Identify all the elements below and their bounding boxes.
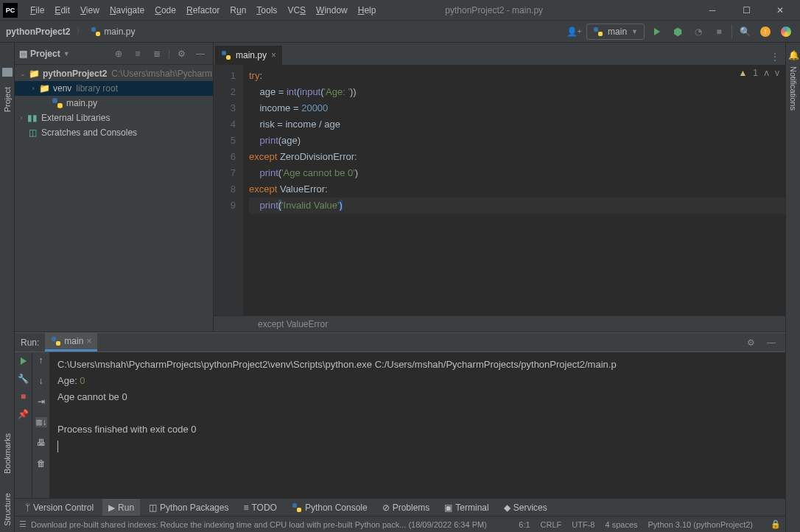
python-interpreter[interactable]: Python 3.10 (pythonProject2) [648, 520, 753, 529]
rerun-icon[interactable] [18, 355, 29, 367]
prev-highlight-icon[interactable]: ʌ [764, 68, 769, 78]
collapse-all-icon[interactable]: ≣ [149, 46, 165, 62]
tree-scratches-name: Scratches and Consoles [41, 127, 137, 138]
tree-ext-libs-name: External Libraries [41, 113, 110, 123]
ide-features-icon[interactable] [778, 24, 794, 40]
run-panel: Run: main × ⚙ — 🔧 ■ 📌 [15, 332, 785, 498]
notifications-label[interactable]: Notifications [789, 60, 798, 116]
output-line: Age cannot be 0 [57, 389, 778, 405]
project-tree[interactable]: ⌄ 📁 pythonProject2 C:\Users\mshah\Pychar… [15, 65, 213, 332]
stop-button[interactable]: ■ [711, 24, 727, 40]
search-button[interactable]: 🔍 [737, 24, 753, 40]
soft-wrap-icon[interactable]: ⇥ [38, 396, 45, 407]
bookmarks-tool-label[interactable]: Bookmarks [3, 427, 12, 480]
menu-run[interactable]: Run [225, 5, 251, 15]
project-panel: ▤ Project ▼ ⊕ ≡ ≣ | ⚙ — ⌄ 📁 pythonProjec… [15, 43, 214, 332]
breadcrumb[interactable]: pythonProject2 〉 main.py [6, 25, 135, 38]
tree-main-py[interactable]: main.py [15, 96, 213, 111]
tree-root[interactable]: ⌄ 📁 pythonProject2 C:\Users\mshah\Pychar… [15, 66, 213, 81]
tree-external-libs[interactable]: › ▮▮ External Libraries [15, 111, 213, 125]
hide-run-panel-icon[interactable]: — [763, 335, 779, 351]
bottom-tool-bar: ᛘVersion Control ▶Run ◫Python Packages ≡… [15, 498, 785, 516]
chevron-right-icon[interactable]: › [28, 85, 38, 92]
menu-tools[interactable]: Tools [251, 5, 282, 15]
chevron-right-icon[interactable]: › [16, 114, 27, 122]
breadcrumb-file[interactable]: main.py [104, 27, 135, 37]
settings-icon[interactable]: ⚙ [173, 46, 189, 62]
notifications-icon[interactable]: 🔔 [788, 50, 799, 60]
updates-icon[interactable]: ↑ [757, 24, 773, 40]
run-settings-icon[interactable]: ⚙ [743, 335, 759, 351]
run-toolbar-left-2: ↑ ↓ ⇥ ≣↓ 🖶 🗑 [32, 352, 50, 498]
menu-code[interactable]: Code [150, 5, 181, 15]
tree-root-name: pythonProject2 [43, 69, 107, 79]
todo-icon: ≡ [243, 503, 248, 513]
code-gutter[interactable]: 123456789 [214, 65, 243, 315]
tool-services[interactable]: ◆Services [498, 499, 553, 517]
menu-refactor[interactable]: Refactor [181, 5, 225, 15]
menu-navigate[interactable]: Navigate [105, 5, 150, 15]
structure-tool-label[interactable]: Structure [3, 487, 12, 532]
text-cursor [57, 441, 58, 452]
editor-tab-main[interactable]: main.py × [215, 46, 282, 65]
tool-run[interactable]: ▶Run [102, 499, 140, 517]
line-separator[interactable]: CRLF [541, 520, 562, 529]
status-message-icon[interactable]: ☰ [19, 519, 27, 529]
menu-help[interactable]: Help [353, 5, 382, 15]
project-panel-title[interactable]: ▤ Project ▼ [19, 49, 70, 59]
tool-console[interactable]: Python Console [286, 499, 373, 517]
maximize-button[interactable]: ☐ [729, 0, 763, 21]
close-button[interactable]: ✕ [763, 0, 797, 21]
run-tab-main[interactable]: main × [45, 333, 97, 351]
select-opened-file-icon[interactable]: ⊕ [110, 46, 127, 62]
close-tab-icon[interactable]: × [271, 50, 276, 60]
trash-icon[interactable]: 🗑 [37, 458, 46, 469]
menu-window[interactable]: Window [311, 5, 353, 15]
indent-setting[interactable]: 4 spaces [605, 520, 637, 529]
status-message[interactable]: Download pre-built shared indexes: Reduc… [31, 520, 487, 529]
project-tool-label[interactable]: Project [3, 81, 12, 118]
run-config-selector[interactable]: main ▼ [586, 24, 645, 40]
pin-icon[interactable]: 📌 [18, 408, 29, 420]
run-wrench-icon[interactable]: 🔧 [18, 373, 29, 385]
run-output[interactable]: C:\Users\mshah\PycharmProjects\pythonPro… [50, 352, 785, 498]
run-button[interactable] [649, 24, 665, 40]
coverage-button[interactable]: ◔ [690, 24, 706, 40]
play-icon: ▶ [108, 503, 115, 513]
breadcrumb-project[interactable]: pythonProject2 [6, 27, 70, 37]
lock-icon[interactable]: 🔒 [771, 519, 781, 529]
print-icon[interactable]: 🖶 [37, 438, 46, 448]
tree-scratches[interactable]: ◫ Scratches and Consoles [15, 125, 213, 140]
tool-terminal[interactable]: ▣Terminal [438, 499, 494, 517]
tree-venv[interactable]: › 📁 venv library root [15, 81, 213, 96]
stop-run-icon[interactable]: ■ [18, 391, 29, 402]
project-tool-icon[interactable] [2, 68, 13, 77]
tool-vcs[interactable]: ᛘVersion Control [19, 499, 99, 517]
file-encoding[interactable]: UTF-8 [572, 520, 594, 529]
debug-button[interactable]: ⬢ [670, 24, 686, 40]
scroll-to-end-icon[interactable]: ≣↓ [35, 417, 47, 427]
menu-file[interactable]: File [25, 5, 49, 15]
editor-tabs-more[interactable]: ⋮ [771, 52, 779, 65]
menu-edit[interactable]: Edit [49, 5, 75, 15]
minimize-button[interactable]: ─ [695, 0, 729, 21]
down-trace-icon[interactable]: ↓ [39, 376, 43, 386]
window-title: pythonProject2 - main.py [381, 5, 695, 15]
close-run-tab-icon[interactable]: × [86, 336, 91, 346]
chevron-down-icon[interactable]: ⌄ [18, 70, 28, 77]
menu-vcs[interactable]: VCS [282, 5, 311, 15]
run-panel-title: Run: [21, 337, 39, 348]
caret-position[interactable]: 6:1 [519, 520, 530, 529]
tool-packages[interactable]: ◫Python Packages [143, 499, 234, 517]
up-trace-icon[interactable]: ↑ [39, 355, 43, 365]
next-highlight-icon[interactable]: v [775, 68, 779, 78]
user-add-icon[interactable]: 👤+ [566, 24, 582, 40]
expand-all-icon[interactable]: ≡ [130, 46, 146, 62]
editor-breadcrumb[interactable]: except ValueError [214, 315, 785, 332]
tool-todo[interactable]: ≡TODO [237, 499, 282, 517]
menu-view[interactable]: View [75, 5, 105, 15]
inspection-widget[interactable]: ▲ 1 ʌ v [738, 68, 779, 78]
tool-problems[interactable]: ⊘Problems [376, 499, 436, 517]
hide-panel-icon[interactable]: — [192, 46, 208, 62]
code-editor[interactable]: try: age = int(input('Age: ')) income = … [243, 65, 785, 315]
